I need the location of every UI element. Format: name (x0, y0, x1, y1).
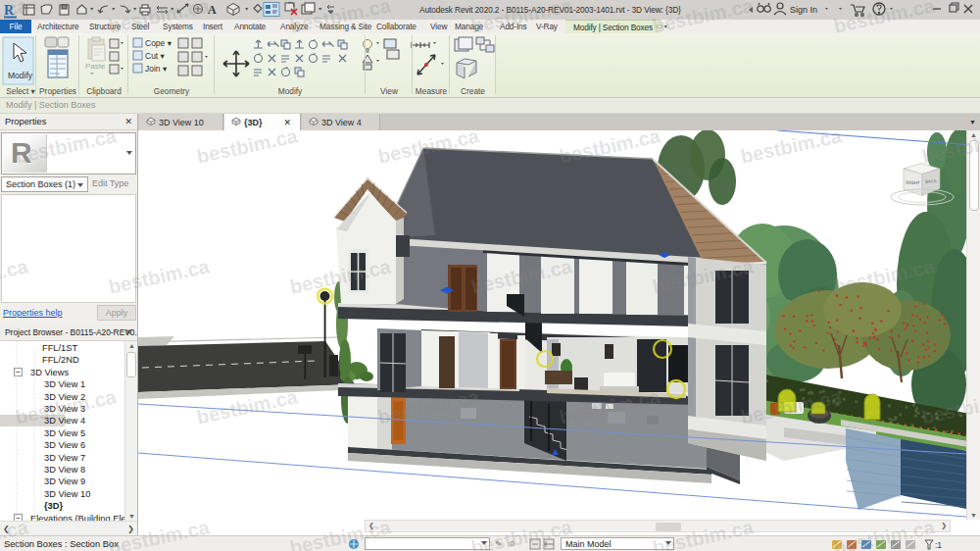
svg-text:Sign In: Sign In (790, 5, 817, 15)
svg-text:Paste: Paste (85, 62, 106, 71)
svg-text:BACK: BACK (925, 178, 937, 184)
svg-text::1: :1 (935, 540, 942, 550)
svg-text:A: A (208, 3, 217, 17)
svg-text:Cope ▾: Cope ▾ (145, 38, 172, 48)
svg-text:RIGHT: RIGHT (906, 180, 920, 186)
svg-text:Cut ▾: Cut ▾ (145, 51, 166, 61)
svg-text:Join ▾: Join ▾ (145, 64, 168, 74)
svg-text:Modify: Modify (8, 71, 33, 80)
svg-text:R: R (4, 3, 15, 18)
